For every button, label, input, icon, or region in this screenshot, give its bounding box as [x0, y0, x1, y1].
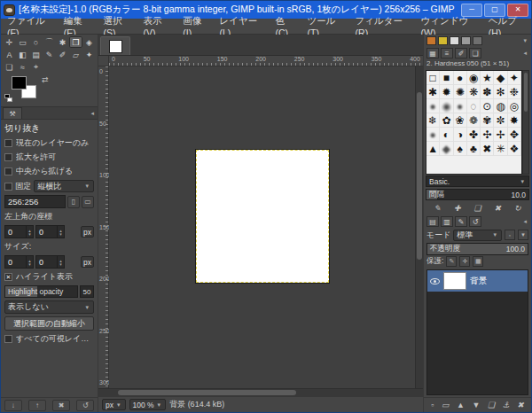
- spin-arrows[interactable]: ▴▾: [26, 226, 33, 238]
- rectangle-select-tool[interactable]: ▭: [16, 36, 29, 48]
- ruler-corner[interactable]: [98, 56, 109, 66]
- paths-tab[interactable]: ✎: [455, 216, 467, 227]
- highlight-opacity-slider[interactable]: Highlight opacity: [4, 285, 78, 298]
- menu-item[interactable]: ウィンドウ(W): [415, 19, 482, 34]
- visibility-eye-icon[interactable]: [430, 278, 440, 284]
- vertical-ruler[interactable]: 050100150200250300: [98, 66, 109, 388]
- brush-item[interactable]: ✿: [440, 113, 453, 128]
- brush-item[interactable]: ◍: [494, 99, 507, 113]
- brush-item[interactable]: ❄: [426, 113, 440, 128]
- brush-item[interactable]: ✥: [508, 128, 521, 142]
- canvas-viewport[interactable]: [109, 66, 415, 388]
- brush-item[interactable]: ✢: [494, 128, 507, 142]
- position-unit-dropdown[interactable]: px: [81, 226, 94, 238]
- brush-item[interactable]: ❀: [454, 113, 467, 128]
- text-tool[interactable]: A: [3, 49, 16, 60]
- position-x-field[interactable]: 0 ▴▾: [4, 225, 34, 238]
- portrait-orientation-button[interactable]: ▯: [67, 196, 80, 208]
- palettes-tab[interactable]: [473, 36, 482, 45]
- duplicate-brush-button[interactable]: ❏: [473, 204, 481, 213]
- brush-item[interactable]: ●: [454, 71, 467, 85]
- scrollbar-thumb[interactable]: [417, 92, 422, 260]
- guides-dropdown[interactable]: 表示しない ▾: [4, 300, 94, 314]
- undo-history-tab[interactable]: ↺: [469, 216, 481, 227]
- brush-item[interactable]: ❉: [508, 85, 521, 99]
- dock-menu-icon[interactable]: ▾: [521, 37, 528, 44]
- size-height-field[interactable]: 0 ▴▾: [35, 255, 65, 269]
- horizontal-ruler[interactable]: 050100150200250300350400: [109, 56, 423, 66]
- menu-item[interactable]: ファイル(F): [1, 19, 58, 34]
- default-colors-icon[interactable]: [4, 94, 14, 104]
- ellipse-select-tool[interactable]: ○: [29, 36, 43, 48]
- brush-item[interactable]: ✣: [481, 128, 494, 142]
- clone-tool[interactable]: ❏: [3, 61, 16, 73]
- brushes-tab[interactable]: [426, 36, 436, 45]
- delete-tool-options-button[interactable]: ✖: [52, 400, 70, 411]
- shrink-merged-option[interactable]: すべての可視レイヤーを対象: [4, 333, 94, 345]
- restore-tool-options-button[interactable]: ↑: [28, 400, 46, 411]
- spin-arrows[interactable]: ▴▾: [26, 256, 33, 268]
- swap-colors-icon[interactable]: ⇄: [42, 75, 49, 84]
- tool-presets-tab[interactable]: ❏: [469, 48, 481, 58]
- fuzzy-select-tool[interactable]: ✱: [56, 36, 69, 48]
- menu-item[interactable]: レイヤー(L): [213, 19, 269, 34]
- current-layer-only-option[interactable]: 現在のレイヤーのみ: [4, 137, 94, 149]
- brush-item[interactable]: ●: [426, 99, 440, 113]
- layer-thumbnail[interactable]: [443, 272, 466, 290]
- brush-item[interactable]: ●: [454, 99, 467, 113]
- eraser-tool[interactable]: ▱: [69, 49, 82, 60]
- checkbox-icon[interactable]: [4, 168, 12, 175]
- paintbrush-tool[interactable]: ✐: [56, 49, 69, 60]
- duplicate-layer-button[interactable]: ❏: [488, 401, 495, 409]
- brush-item[interactable]: ◐: [440, 128, 453, 142]
- raise-layer-button[interactable]: ▲: [457, 401, 465, 409]
- brush-item[interactable]: ❁: [467, 113, 481, 128]
- allow-growing-option[interactable]: 拡大を許可: [4, 152, 94, 163]
- brush-item[interactable]: ●: [426, 128, 440, 142]
- highlight-opacity-value[interactable]: 50: [80, 285, 94, 298]
- brush-scrollbar[interactable]: [522, 70, 529, 175]
- brush-item[interactable]: ◆: [440, 142, 453, 156]
- smudge-tool[interactable]: ≈: [16, 61, 29, 73]
- brush-item[interactable]: ◑: [454, 128, 467, 142]
- move-tool[interactable]: ✛: [3, 36, 16, 48]
- scrollbar-thumb[interactable]: [118, 390, 296, 395]
- new-layer-button[interactable]: ▫: [431, 401, 434, 409]
- channels-tab[interactable]: ▥: [441, 216, 453, 227]
- zoom-dropdown[interactable]: 100 % ▾: [129, 399, 167, 410]
- brush-spacing-slider[interactable]: 間隔 10.0: [426, 189, 529, 200]
- menu-item[interactable]: フィルター(R): [349, 19, 415, 34]
- menu-item[interactable]: ヘルプ(H): [482, 19, 531, 34]
- pencil-tool[interactable]: ✎: [43, 49, 56, 60]
- aspect-ratio-input[interactable]: 256:256: [4, 195, 66, 208]
- brush-item[interactable]: ◎: [508, 99, 521, 113]
- spin-arrows[interactable]: ▴▾: [57, 256, 64, 268]
- airbrush-tool[interactable]: ✦: [82, 49, 96, 60]
- lock-alpha-button[interactable]: ▦: [473, 256, 483, 267]
- brush-item[interactable]: ♣: [467, 142, 481, 156]
- new-brush-button[interactable]: ✚: [454, 204, 461, 213]
- layers-tab[interactable]: ▤: [426, 216, 439, 227]
- vertical-scrollbar[interactable]: [415, 66, 423, 388]
- dock-menu-icon[interactable]: ◂: [89, 110, 96, 117]
- brush-item[interactable]: ✸: [508, 113, 521, 128]
- brush-item[interactable]: ♠: [454, 142, 467, 156]
- brush-item[interactable]: ◉: [440, 99, 453, 113]
- layer-row-background[interactable]: 背景: [427, 270, 528, 292]
- horizontal-scrollbar[interactable]: [98, 388, 423, 396]
- highlight-checkbox[interactable]: ✕: [4, 273, 12, 281]
- brush-item[interactable]: ✼: [494, 113, 507, 128]
- brush-item[interactable]: □: [426, 71, 440, 85]
- zoom-tool[interactable]: ⌖: [29, 61, 43, 73]
- menu-item[interactable]: 色(C): [269, 19, 301, 34]
- free-select-tool[interactable]: ⌒: [43, 36, 56, 48]
- checkbox-icon[interactable]: [4, 139, 12, 147]
- spin-arrows[interactable]: ▴▾: [57, 226, 64, 238]
- edit-brush-button[interactable]: ✎: [434, 204, 441, 213]
- new-layer-group-button[interactable]: ▭: [442, 401, 450, 409]
- dock-menu-icon[interactable]: ◂: [521, 218, 528, 225]
- brush-item[interactable]: ✺: [454, 85, 467, 99]
- brush-item[interactable]: ✖: [481, 142, 494, 156]
- lock-position-button[interactable]: ✛: [459, 256, 470, 267]
- checkbox-icon[interactable]: [4, 153, 12, 161]
